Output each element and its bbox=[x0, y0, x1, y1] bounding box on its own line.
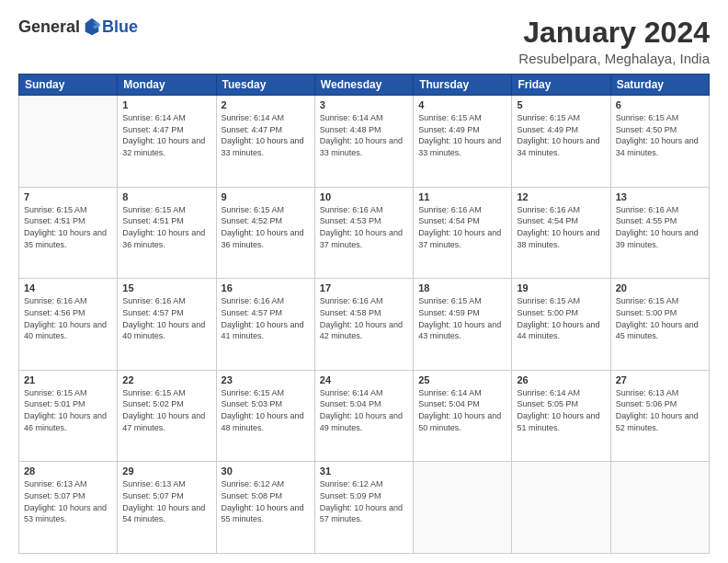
day-number: 30 bbox=[222, 465, 310, 477]
day-info: Sunrise: 6:15 AMSunset: 5:00 PMDaylight:… bbox=[616, 295, 704, 341]
table-row: 19Sunrise: 6:15 AMSunset: 5:00 PMDayligh… bbox=[512, 279, 610, 371]
table-row: 24Sunrise: 6:14 AMSunset: 5:04 PMDayligh… bbox=[314, 370, 413, 462]
calendar-week-row: 21Sunrise: 6:15 AMSunset: 5:01 PMDayligh… bbox=[19, 370, 710, 462]
table-row: 18Sunrise: 6:15 AMSunset: 4:59 PMDayligh… bbox=[414, 279, 512, 371]
day-number: 29 bbox=[122, 465, 210, 477]
day-number: 8 bbox=[122, 191, 210, 202]
table-row: 25Sunrise: 6:14 AMSunset: 5:04 PMDayligh… bbox=[414, 370, 512, 462]
day-info: Sunrise: 6:15 AMSunset: 4:49 PMDaylight:… bbox=[418, 112, 506, 158]
table-row: 4Sunrise: 6:15 AMSunset: 4:49 PMDaylight… bbox=[414, 96, 512, 188]
logo: General Blue bbox=[18, 17, 138, 37]
table-row: 13Sunrise: 6:16 AMSunset: 4:55 PMDayligh… bbox=[610, 187, 709, 279]
table-row bbox=[512, 462, 610, 554]
table-row bbox=[19, 96, 118, 188]
day-info: Sunrise: 6:16 AMSunset: 4:54 PMDaylight:… bbox=[517, 204, 605, 250]
table-row: 31Sunrise: 6:12 AMSunset: 5:09 PMDayligh… bbox=[314, 462, 413, 554]
month-title: January 2024 bbox=[518, 17, 710, 49]
table-row bbox=[414, 462, 512, 554]
table-row: 8Sunrise: 6:15 AMSunset: 4:51 PMDaylight… bbox=[118, 187, 216, 279]
table-row bbox=[610, 462, 709, 554]
table-row: 21Sunrise: 6:15 AMSunset: 5:01 PMDayligh… bbox=[19, 370, 118, 462]
col-friday: Friday bbox=[512, 75, 610, 96]
day-number: 19 bbox=[517, 282, 605, 293]
day-number: 10 bbox=[320, 191, 408, 202]
calendar-week-row: 28Sunrise: 6:13 AMSunset: 5:07 PMDayligh… bbox=[19, 462, 710, 554]
col-sunday: Sunday bbox=[19, 75, 118, 96]
day-info: Sunrise: 6:13 AMSunset: 5:06 PMDaylight:… bbox=[616, 387, 704, 433]
day-number: 5 bbox=[517, 99, 605, 110]
calendar-header-row: Sunday Monday Tuesday Wednesday Thursday… bbox=[19, 75, 710, 96]
day-info: Sunrise: 6:16 AMSunset: 4:57 PMDaylight:… bbox=[222, 295, 310, 341]
table-row: 5Sunrise: 6:15 AMSunset: 4:49 PMDaylight… bbox=[512, 96, 610, 188]
table-row: 9Sunrise: 6:15 AMSunset: 4:52 PMDaylight… bbox=[216, 187, 314, 279]
table-row: 1Sunrise: 6:14 AMSunset: 4:47 PMDaylight… bbox=[118, 96, 216, 188]
table-row: 12Sunrise: 6:16 AMSunset: 4:54 PMDayligh… bbox=[512, 187, 610, 279]
table-row: 2Sunrise: 6:14 AMSunset: 4:47 PMDaylight… bbox=[216, 96, 314, 188]
day-number: 26 bbox=[517, 374, 605, 385]
table-row: 3Sunrise: 6:14 AMSunset: 4:48 PMDaylight… bbox=[314, 96, 413, 188]
day-number: 31 bbox=[320, 465, 408, 477]
page: General Blue January 2024 Resubelpara, M… bbox=[0, 0, 728, 563]
col-tuesday: Tuesday bbox=[216, 75, 314, 96]
day-info: Sunrise: 6:14 AMSunset: 4:48 PMDaylight:… bbox=[320, 112, 408, 158]
day-info: Sunrise: 6:12 AMSunset: 5:08 PMDaylight:… bbox=[222, 478, 310, 524]
day-info: Sunrise: 6:14 AMSunset: 4:47 PMDaylight:… bbox=[222, 112, 310, 158]
day-number: 1 bbox=[122, 99, 210, 110]
table-row: 23Sunrise: 6:15 AMSunset: 5:03 PMDayligh… bbox=[216, 370, 314, 462]
day-info: Sunrise: 6:15 AMSunset: 4:49 PMDaylight:… bbox=[517, 112, 605, 158]
day-info: Sunrise: 6:16 AMSunset: 4:56 PMDaylight:… bbox=[24, 295, 112, 341]
day-number: 4 bbox=[418, 99, 506, 110]
day-info: Sunrise: 6:15 AMSunset: 5:03 PMDaylight:… bbox=[222, 387, 310, 433]
day-number: 22 bbox=[122, 374, 210, 385]
day-number: 16 bbox=[222, 282, 310, 293]
day-number: 7 bbox=[24, 191, 112, 202]
day-number: 23 bbox=[222, 374, 310, 385]
logo-blue-text: Blue bbox=[102, 17, 138, 37]
day-number: 20 bbox=[616, 282, 704, 293]
day-number: 12 bbox=[517, 191, 605, 202]
day-info: Sunrise: 6:14 AMSunset: 5:04 PMDaylight:… bbox=[320, 387, 408, 433]
table-row: 10Sunrise: 6:16 AMSunset: 4:53 PMDayligh… bbox=[314, 187, 413, 279]
location: Resubelpara, Meghalaya, India bbox=[518, 51, 710, 66]
day-number: 24 bbox=[320, 374, 408, 385]
calendar-week-row: 14Sunrise: 6:16 AMSunset: 4:56 PMDayligh… bbox=[19, 279, 710, 371]
day-info: Sunrise: 6:16 AMSunset: 4:58 PMDaylight:… bbox=[320, 295, 408, 341]
day-info: Sunrise: 6:14 AMSunset: 4:47 PMDaylight:… bbox=[122, 112, 210, 158]
table-row: 6Sunrise: 6:15 AMSunset: 4:50 PMDaylight… bbox=[610, 96, 709, 188]
col-monday: Monday bbox=[118, 75, 216, 96]
day-info: Sunrise: 6:13 AMSunset: 5:07 PMDaylight:… bbox=[122, 478, 210, 524]
logo-icon bbox=[82, 17, 102, 37]
table-row: 27Sunrise: 6:13 AMSunset: 5:06 PMDayligh… bbox=[610, 370, 709, 462]
day-info: Sunrise: 6:12 AMSunset: 5:09 PMDaylight:… bbox=[320, 478, 408, 524]
title-section: January 2024 Resubelpara, Meghalaya, Ind… bbox=[518, 17, 710, 66]
col-thursday: Thursday bbox=[414, 75, 512, 96]
day-info: Sunrise: 6:15 AMSunset: 4:51 PMDaylight:… bbox=[122, 204, 210, 250]
day-number: 11 bbox=[418, 191, 506, 202]
day-number: 6 bbox=[616, 99, 704, 110]
day-info: Sunrise: 6:15 AMSunset: 5:02 PMDaylight:… bbox=[122, 387, 210, 433]
calendar-table: Sunday Monday Tuesday Wednesday Thursday… bbox=[18, 74, 710, 554]
day-info: Sunrise: 6:16 AMSunset: 4:54 PMDaylight:… bbox=[418, 204, 506, 250]
day-number: 28 bbox=[24, 465, 112, 477]
table-row: 17Sunrise: 6:16 AMSunset: 4:58 PMDayligh… bbox=[314, 279, 413, 371]
day-number: 2 bbox=[222, 99, 310, 110]
day-number: 17 bbox=[320, 282, 408, 293]
table-row: 28Sunrise: 6:13 AMSunset: 5:07 PMDayligh… bbox=[19, 462, 118, 554]
table-row: 14Sunrise: 6:16 AMSunset: 4:56 PMDayligh… bbox=[19, 279, 118, 371]
day-info: Sunrise: 6:15 AMSunset: 4:52 PMDaylight:… bbox=[222, 204, 310, 250]
day-number: 25 bbox=[418, 374, 506, 385]
day-info: Sunrise: 6:16 AMSunset: 4:53 PMDaylight:… bbox=[320, 204, 408, 250]
day-info: Sunrise: 6:15 AMSunset: 5:01 PMDaylight:… bbox=[24, 387, 112, 433]
day-number: 18 bbox=[418, 282, 506, 293]
day-number: 14 bbox=[24, 282, 112, 293]
day-info: Sunrise: 6:15 AMSunset: 4:59 PMDaylight:… bbox=[418, 295, 506, 341]
col-saturday: Saturday bbox=[610, 75, 709, 96]
table-row: 29Sunrise: 6:13 AMSunset: 5:07 PMDayligh… bbox=[118, 462, 216, 554]
header: General Blue January 2024 Resubelpara, M… bbox=[18, 17, 710, 66]
day-info: Sunrise: 6:15 AMSunset: 5:00 PMDaylight:… bbox=[517, 295, 605, 341]
table-row: 26Sunrise: 6:14 AMSunset: 5:05 PMDayligh… bbox=[512, 370, 610, 462]
calendar-week-row: 7Sunrise: 6:15 AMSunset: 4:51 PMDaylight… bbox=[19, 187, 710, 279]
day-number: 9 bbox=[222, 191, 310, 202]
day-info: Sunrise: 6:15 AMSunset: 4:51 PMDaylight:… bbox=[24, 204, 112, 250]
table-row: 7Sunrise: 6:15 AMSunset: 4:51 PMDaylight… bbox=[19, 187, 118, 279]
